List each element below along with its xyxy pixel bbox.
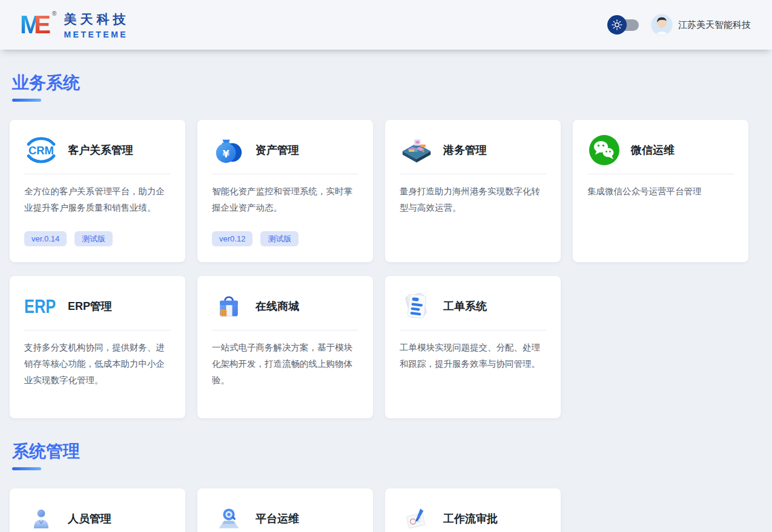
sun-icon[interactable] bbox=[607, 15, 627, 34]
section-title: 业务系统 bbox=[12, 73, 762, 93]
card-description: 集成微信公众号运营平台管理 bbox=[587, 183, 734, 200]
card-divider bbox=[400, 174, 546, 174]
svg-text:ERP: ERP bbox=[24, 295, 56, 317]
app-card-asset[interactable]: ¥ 资产管理 智能化资产监控和管理系统，实时掌握企业资产动态。 ver0.12测… bbox=[197, 120, 373, 262]
crm-icon: CRM bbox=[24, 134, 58, 166]
app-card-crm[interactable]: CRM 客户关系管理 全方位的客户关系管理平台，助力企业提升客户服务质量和销售业… bbox=[10, 120, 185, 262]
account-area: 江苏美天智能科技 bbox=[651, 14, 751, 36]
money-bag-icon: ¥ bbox=[212, 134, 246, 166]
app-card-workflow[interactable]: 工作流审批 bbox=[385, 488, 561, 532]
card-divider bbox=[212, 330, 358, 330]
app-card-workorder[interactable]: 工单系统 工单模块实现问题提交、分配、处理和跟踪，提升服务效率与协同管理。 bbox=[385, 276, 561, 418]
platform-gear-icon bbox=[212, 503, 246, 532]
version-tag: ver0.12 bbox=[212, 231, 252, 246]
tag-row: ver0.12测试版 bbox=[212, 231, 299, 246]
app-header: ME ® 美天科技 METETEME bbox=[0, 0, 772, 50]
person-icon bbox=[24, 503, 58, 532]
registered-mark: ® bbox=[52, 11, 56, 17]
port-icon bbox=[400, 134, 434, 166]
card-title: 港务管理 bbox=[443, 143, 487, 157]
brand-logo: ME ® 美天科技 METETEME bbox=[20, 11, 129, 39]
erp-icon: ERP bbox=[24, 291, 58, 322]
app-card-port[interactable]: 港务管理 量身打造助力海州港务实现数字化转型与高效运营。 bbox=[385, 120, 561, 262]
portal-content: 业务系统 CRM 客户关系管理 全方位的客户关系管理平台，助力企业提升客户服务质… bbox=[0, 73, 772, 532]
card-divider bbox=[212, 174, 358, 174]
card-title: 微信运维 bbox=[631, 143, 675, 157]
app-card-mall[interactable]: 在线商城 一站式电子商务解决方案，基于模块化架构开发，打造流畅的线上购物体验。 bbox=[197, 276, 373, 418]
card-divider bbox=[400, 330, 546, 330]
card-grid: 人员管理 平台运维 工作流审批 bbox=[10, 488, 762, 532]
app-card-wechat[interactable]: 微信运维 集成微信公众号运营平台管理 bbox=[573, 120, 748, 262]
card-description: 工单模块实现问题提交、分配、处理和跟踪，提升服务效率与协同管理。 bbox=[400, 340, 546, 372]
approval-pen-icon bbox=[400, 503, 434, 532]
card-title: 在线商城 bbox=[256, 299, 299, 314]
card-divider bbox=[24, 330, 171, 330]
card-description: 支持多分支机构协同，提供财务、进销存等核心功能，低成本助力中小企业实现数字化管理… bbox=[24, 340, 171, 389]
card-title: ERP管理 bbox=[68, 299, 112, 314]
card-title: 人员管理 bbox=[68, 511, 111, 526]
theme-toggle[interactable] bbox=[607, 15, 639, 34]
wechat-icon bbox=[587, 134, 621, 166]
card-divider bbox=[24, 174, 171, 174]
card-description: 智能化资产监控和管理系统，实时掌握企业资产动态。 bbox=[212, 183, 358, 216]
card-grid: CRM 客户关系管理 全方位的客户关系管理平台，助力企业提升客户服务质量和销售业… bbox=[10, 120, 762, 418]
brand-name-cn: 美天科技 bbox=[64, 11, 129, 28]
me-logo-icon: ME ® bbox=[20, 12, 56, 38]
card-title: 平台运维 bbox=[256, 511, 299, 526]
version-tag: ver.0.14 bbox=[24, 231, 67, 246]
shopping-bag-icon bbox=[212, 291, 246, 322]
company-name: 江苏美天智能科技 bbox=[678, 19, 751, 31]
card-description: 一站式电子商务解决方案，基于模块化架构开发，打造流畅的线上购物体验。 bbox=[212, 340, 358, 389]
app-card-platform[interactable]: 平台运维 bbox=[197, 488, 373, 532]
section: 系统管理 人员管理 平台运维 bbox=[10, 441, 762, 532]
app-card-erp[interactable]: ERP ERP管理 支持多分支机构协同，提供财务、进销存等核心功能，低成本助力中… bbox=[10, 276, 185, 418]
section-underline bbox=[12, 99, 41, 102]
version-tag: 测试版 bbox=[74, 231, 113, 246]
svg-text:CRM: CRM bbox=[28, 144, 54, 157]
card-description: 量身打造助力海州港务实现数字化转型与高效运营。 bbox=[400, 183, 546, 216]
version-tag: 测试版 bbox=[260, 231, 299, 246]
card-title: 客户关系管理 bbox=[68, 143, 133, 157]
section-underline bbox=[12, 467, 41, 470]
documents-icon bbox=[400, 291, 434, 322]
section-title: 系统管理 bbox=[12, 441, 762, 461]
card-title: 资产管理 bbox=[256, 143, 299, 157]
card-divider bbox=[587, 174, 734, 174]
brand-name-en: METETEME bbox=[64, 30, 129, 39]
card-description: 全方位的客户关系管理平台，助力企业提升客户服务质量和销售业绩。 bbox=[24, 183, 171, 216]
tag-row: ver.0.14测试版 bbox=[24, 231, 113, 246]
card-title: 工单系统 bbox=[443, 299, 487, 314]
app-card-people[interactable]: 人员管理 bbox=[10, 488, 185, 532]
svg-text:¥: ¥ bbox=[223, 148, 230, 160]
section: 业务系统 CRM 客户关系管理 全方位的客户关系管理平台，助力企业提升客户服务质… bbox=[10, 73, 762, 418]
avatar[interactable] bbox=[651, 14, 673, 36]
card-title: 工作流审批 bbox=[443, 511, 498, 526]
